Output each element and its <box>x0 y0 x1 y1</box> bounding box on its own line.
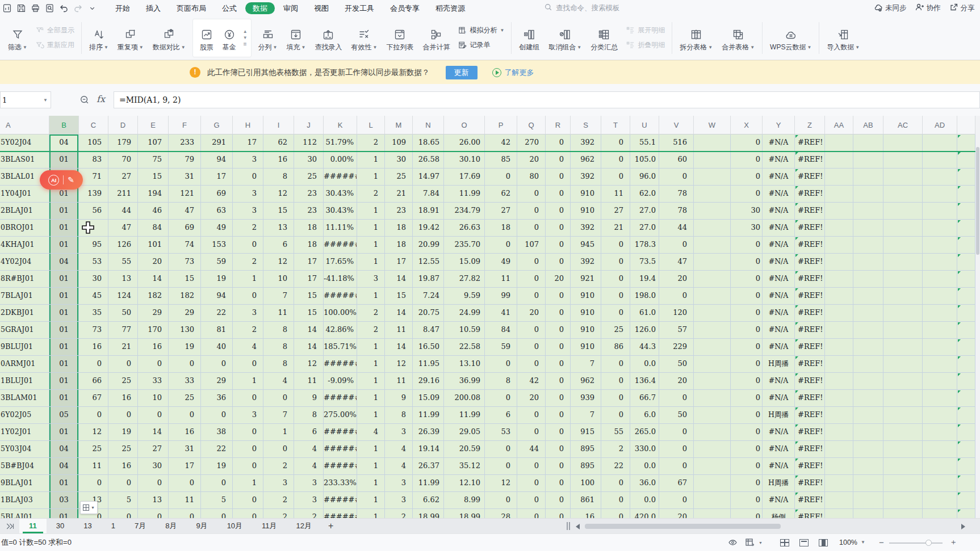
ribbon-record-form-button[interactable]: 记录单 <box>458 40 504 50</box>
scroll-right-icon[interactable] <box>961 524 965 529</box>
cell-U23[interactable]: 420.0 <box>630 509 659 518</box>
cell-AB23[interactable] <box>853 509 883 518</box>
cell-N13[interactable]: 16.50 <box>413 339 444 356</box>
cell-AE1[interactable] <box>957 134 975 152</box>
cell-B8[interactable]: 04 <box>49 254 79 271</box>
cell-B1[interactable]: 04 <box>49 134 79 152</box>
cell-Z1[interactable]: #REF! <box>795 134 825 152</box>
cell-H4[interactable]: 3 <box>233 186 263 203</box>
cell-D19[interactable]: 25 <box>108 441 138 458</box>
cell-A8[interactable]: 4Y02J04 <box>0 254 49 271</box>
cell-Q10[interactable]: 0 <box>517 288 546 305</box>
ribbon-lookup-entry-button[interactable]: 查找录入 <box>310 20 346 56</box>
update-button[interactable]: 更新 <box>446 66 478 79</box>
cell-H14[interactable]: 0 <box>233 356 263 373</box>
cell-AE4[interactable] <box>957 186 975 203</box>
cell-M10[interactable]: 15 <box>385 288 413 305</box>
cell-O22[interactable]: 8.99 <box>444 492 485 509</box>
cell-O6[interactable]: 26.63 <box>444 220 485 237</box>
cell-T7[interactable]: 0 <box>601 237 630 254</box>
cell-V13[interactable]: 229 <box>659 339 694 356</box>
cell-V3[interactable]: 0 <box>659 169 694 186</box>
normal-view-button[interactable] <box>780 539 789 546</box>
cell-J2[interactable]: 30 <box>294 152 324 169</box>
cell-X3[interactable]: 0 <box>731 169 763 186</box>
cell-K2[interactable]: 0.00% <box>324 152 357 169</box>
cell-S3[interactable]: 392 <box>571 169 601 186</box>
cell-AB10[interactable] <box>853 288 883 305</box>
cell-E2[interactable]: 75 <box>138 152 169 169</box>
cell-D3[interactable]: 27 <box>108 169 138 186</box>
more-rows-icon[interactable]: ≡ <box>244 41 247 47</box>
cell-G20[interactable]: 19 <box>201 458 233 475</box>
cell-T12[interactable]: 25 <box>601 322 630 339</box>
cell-AD19[interactable] <box>923 441 957 458</box>
fill-options-button[interactable]: ▼ <box>80 501 98 514</box>
cell-AE6[interactable] <box>957 220 975 237</box>
cell-W11[interactable] <box>694 305 731 322</box>
cell-J5[interactable]: 23 <box>294 203 324 220</box>
cell-E11[interactable]: 29 <box>138 305 169 322</box>
cell-A10[interactable]: 7BLAJ01 <box>0 288 49 305</box>
cell-Z18[interactable]: #REF! <box>795 424 825 441</box>
cell-D8[interactable]: 55 <box>108 254 138 271</box>
cell-J22[interactable]: 3 <box>294 492 324 509</box>
cell-AD1[interactable] <box>923 134 957 152</box>
cell-J1[interactable]: 112 <box>294 134 324 152</box>
cell-U8[interactable]: 73.5 <box>630 254 659 271</box>
cell-U17[interactable]: 6.0 <box>630 407 659 424</box>
cell-V7[interactable]: 0 <box>659 237 694 254</box>
cell-AA22[interactable] <box>825 492 853 509</box>
cell-I4[interactable]: 12 <box>263 186 294 203</box>
cell-J14[interactable]: 12 <box>294 356 324 373</box>
cell-W17[interactable] <box>694 407 731 424</box>
cell-F14[interactable]: 0 <box>169 356 201 373</box>
cell-B11[interactable]: 01 <box>49 305 79 322</box>
cell-I14[interactable]: 8 <box>263 356 294 373</box>
cell-L4[interactable]: 2 <box>357 186 385 203</box>
cell-H1[interactable]: 17 <box>233 134 263 152</box>
cell-A11[interactable]: 2DKBJ01 <box>0 305 49 322</box>
menu-tab-dev-tools[interactable]: 开发工具 <box>337 2 382 14</box>
cell-AC3[interactable] <box>883 169 923 186</box>
cell-R15[interactable]: 0 <box>546 373 571 390</box>
cell-Z22[interactable]: #REF! <box>795 492 825 509</box>
cell-L5[interactable]: 1 <box>357 203 385 220</box>
cell-G15[interactable]: 29 <box>201 373 233 390</box>
cell-J19[interactable]: 4 <box>294 441 324 458</box>
cell-B12[interactable]: 01 <box>49 322 79 339</box>
cell-X19[interactable]: 0 <box>731 441 763 458</box>
cell-K21[interactable]: 233.33% <box>324 475 357 492</box>
cell-S13[interactable]: 910 <box>571 339 601 356</box>
cell-P7[interactable]: 0 <box>485 237 517 254</box>
cell-X2[interactable]: 0 <box>731 152 763 169</box>
cell-AA17[interactable] <box>825 407 853 424</box>
col-header-Z[interactable]: Z <box>795 116 825 134</box>
cell-AE21[interactable] <box>957 475 975 492</box>
cell-K17[interactable]: 275.00% <box>324 407 357 424</box>
cell-N23[interactable]: 18.99 <box>413 509 444 518</box>
cell-N15[interactable]: 29.16 <box>413 373 444 390</box>
cell-AC4[interactable] <box>883 186 923 203</box>
cell-V12[interactable]: 57 <box>659 322 694 339</box>
cell-AC23[interactable] <box>883 509 923 518</box>
cell-V19[interactable]: 0 <box>659 441 694 458</box>
zoom-slider-track[interactable] <box>889 542 943 544</box>
cell-AE8[interactable] <box>957 254 975 271</box>
cell-D21[interactable]: 0 <box>108 475 138 492</box>
cell-R14[interactable]: 0 <box>546 356 571 373</box>
cell-W20[interactable] <box>694 458 731 475</box>
cell-Z3[interactable]: #REF! <box>795 169 825 186</box>
cell-T21[interactable]: 0 <box>601 475 630 492</box>
cell-G6[interactable]: 49 <box>201 220 233 237</box>
cell-T10[interactable]: 0 <box>601 288 630 305</box>
cell-F15[interactable]: 33 <box>169 373 201 390</box>
cell-S11[interactable]: 910 <box>571 305 601 322</box>
cell-M16[interactable]: 9 <box>385 390 413 407</box>
cell-AC22[interactable] <box>883 492 923 509</box>
cell-Y22[interactable]: #N/A <box>763 492 795 509</box>
cell-T9[interactable]: 0 <box>601 271 630 288</box>
cell-T23[interactable]: 0 <box>601 509 630 518</box>
cell-AD8[interactable] <box>923 254 957 271</box>
cell-D12[interactable]: 77 <box>108 322 138 339</box>
